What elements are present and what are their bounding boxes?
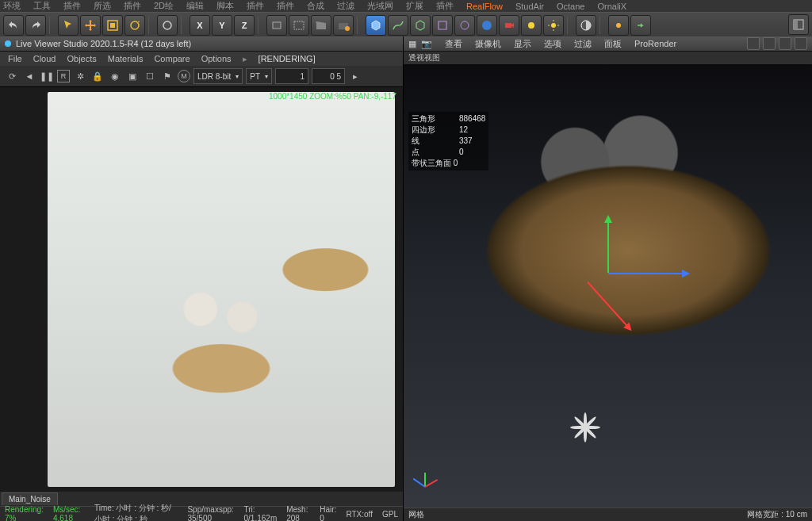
scale-tool[interactable] <box>102 15 123 36</box>
vp-zoom-icon[interactable] <box>763 37 776 50</box>
menu-item[interactable]: 插件 <box>63 0 81 12</box>
undo-button[interactable] <box>3 15 24 36</box>
vp-maximize-icon[interactable] <box>795 37 807 50</box>
svg-point-11 <box>551 23 556 28</box>
refresh-icon[interactable]: ⟳ <box>5 69 19 83</box>
menu-item[interactable]: 编辑 <box>186 0 204 12</box>
status-mssec: Ms/sec: 4.618 <box>53 505 85 521</box>
vp-menu-options[interactable]: 选项 <box>544 38 561 50</box>
light-button[interactable] <box>521 15 542 36</box>
extra-arrow-icon[interactable] <box>630 15 651 36</box>
axis-y-toggle[interactable]: Y <box>212 15 232 36</box>
render-image-area[interactable]: 1000*1450 ZOOM:%50 PAN:-9,-117 <box>0 87 403 492</box>
num-input-2[interactable]: 0 5 <box>312 68 345 84</box>
menu-item[interactable]: 插件 <box>277 0 294 12</box>
gizmo-z-axis[interactable] <box>587 282 630 330</box>
menu-item[interactable]: Octane <box>557 2 584 11</box>
menu-item[interactable]: 插件 <box>436 0 454 12</box>
lv-menu-file[interactable]: File <box>8 54 22 63</box>
vp-menu-view[interactable]: 查看 <box>445 38 462 50</box>
live-viewer-titlebar: Live Viewer Studio 2020.1.5-R4 (12 days … <box>0 36 403 52</box>
menu-item[interactable]: StudAir <box>515 2 544 11</box>
menu-realflow[interactable]: RealFlow <box>466 2 503 11</box>
lv-menu-options[interactable]: Options <box>201 54 232 63</box>
move-tool[interactable] <box>80 15 101 36</box>
vp-camera-icon[interactable]: 📷 <box>421 39 432 49</box>
viewport-title: 透视视图 <box>404 52 812 64</box>
field-button[interactable] <box>454 15 475 36</box>
menu-item[interactable]: 脚本 <box>216 0 234 12</box>
region-icon[interactable]: R <box>57 70 70 82</box>
axis-z-toggle[interactable]: Z <box>234 15 255 36</box>
menu-item[interactable]: 合成 <box>307 0 324 12</box>
camera-button[interactable] <box>499 15 519 36</box>
menu-item[interactable]: OrnaliX <box>597 2 626 11</box>
environment-button[interactable] <box>477 15 497 36</box>
vp-menu-filter[interactable]: 过滤 <box>574 38 592 50</box>
extra-sun-icon[interactable] <box>608 15 629 36</box>
vp-menu-panel[interactable]: 面板 <box>604 38 622 50</box>
select-tool[interactable] <box>58 15 79 36</box>
menu-item[interactable]: 2D绘 <box>154 0 174 12</box>
channel-icon[interactable]: M <box>178 70 190 82</box>
back-icon[interactable]: ◄ <box>22 69 36 83</box>
crop-icon[interactable]: ▣ <box>125 69 140 83</box>
menu-item[interactable]: 所选 <box>94 0 111 12</box>
render-settings-button[interactable] <box>333 15 354 36</box>
menu-item[interactable]: 扩展 <box>406 0 423 12</box>
vp-menu-camera[interactable]: 摄像机 <box>475 38 501 50</box>
rendering-indicator: [RENDERING] <box>259 54 316 63</box>
perspective-viewport[interactable]: 三角形886468 四边形12 线337 点0 带状三角面 0 <box>404 64 812 508</box>
axis-x-toggle[interactable]: X <box>190 15 210 36</box>
sun-icon[interactable] <box>543 15 564 36</box>
gizmo-y-axis[interactable] <box>607 217 609 273</box>
render-button[interactable] <box>266 15 287 36</box>
pause-icon[interactable]: ❚❚ <box>40 69 54 83</box>
vp-menu-display[interactable]: 显示 <box>514 38 531 50</box>
layout-toggle-button[interactable] <box>788 14 809 35</box>
chevron-right-icon[interactable]: ▸ <box>348 69 362 83</box>
vp-pan-icon[interactable] <box>747 37 760 50</box>
lv-menu-objects[interactable]: Objects <box>67 54 96 63</box>
viewport-panel: ▦ 📷 查看 摄像机 显示 选项 过滤 面板 ProRender 透视视图 三角… <box>404 36 812 521</box>
clapper-icon[interactable] <box>311 15 331 36</box>
live-viewer-title: Live Viewer Studio 2020.1.5-R4 (12 days … <box>16 39 191 48</box>
generator-button[interactable] <box>410 15 431 36</box>
menu-item[interactable]: 工具 <box>33 0 51 12</box>
status-gpl: GPL <box>382 510 398 519</box>
gizmo-x-axis[interactable] <box>608 273 688 274</box>
menu-item[interactable]: 插件 <box>124 0 141 12</box>
lv-menu-compare[interactable]: Compare <box>154 54 190 63</box>
snap-button[interactable] <box>157 15 178 36</box>
lock-icon[interactable]: 🔒 <box>90 69 105 83</box>
gear-icon[interactable]: ✲ <box>73 69 87 83</box>
status-dot-icon <box>5 40 11 47</box>
rotate-tool[interactable] <box>124 15 145 36</box>
lv-menu-cloud[interactable]: Cloud <box>33 54 56 63</box>
vp-orbit-icon[interactable] <box>779 37 791 50</box>
live-viewer-tabs: Main_Noise <box>0 492 403 506</box>
vp-menu-prorender[interactable]: ProRender <box>634 39 676 48</box>
main-toolbar: X Y Z <box>0 12 812 39</box>
menu-item[interactable]: 过滤 <box>337 0 354 12</box>
spline-button[interactable] <box>388 15 408 36</box>
box-icon[interactable]: ☐ <box>143 69 157 83</box>
flag-icon[interactable]: ⚑ <box>160 69 174 83</box>
render-mode-select[interactable]: PT <box>246 68 272 84</box>
picker-icon[interactable]: ◉ <box>108 69 122 83</box>
deformer-button[interactable] <box>432 15 453 36</box>
svg-rect-5 <box>294 21 304 29</box>
lv-menu-materials[interactable]: Materials <box>108 54 144 63</box>
vp-layout-icon[interactable]: ▦ <box>408 39 416 49</box>
menu-item[interactable]: 环境 <box>3 0 21 12</box>
menu-item[interactable]: 光域网 <box>367 0 393 12</box>
menu-item[interactable]: 插件 <box>247 0 264 12</box>
tab-main-noise[interactable]: Main_Noise <box>2 492 58 505</box>
num-input-1[interactable]: 1 <box>275 68 308 84</box>
cube-primitive-button[interactable] <box>366 15 386 36</box>
render-region-button[interactable] <box>289 15 309 36</box>
redo-button[interactable] <box>25 15 46 36</box>
bitdepth-select[interactable]: LDR 8-bit <box>193 68 243 84</box>
tag-button[interactable] <box>576 15 596 36</box>
star-anise-object <box>567 409 603 446</box>
